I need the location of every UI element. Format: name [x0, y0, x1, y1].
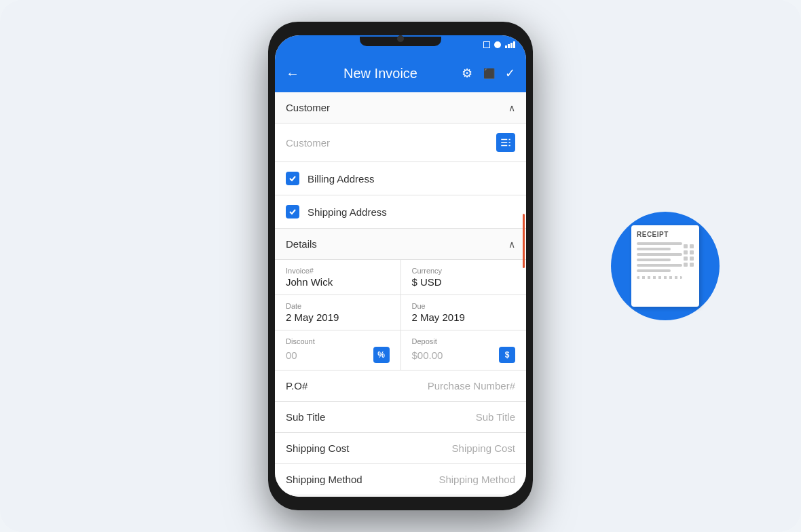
status-square-icon	[483, 41, 490, 48]
po-input[interactable]: Purchase Number#	[428, 380, 515, 392]
phone-device: ← New Invoice ⚙ ⬛ ✓ Customer ∧ Customer	[268, 22, 533, 510]
receipt-title: RECEIPT	[637, 231, 694, 238]
receipt-line-2	[637, 248, 671, 250]
receipt-line-5	[637, 264, 682, 267]
date-due-row: Date 2 May 2019 Due 2 May 2019	[275, 295, 526, 330]
svg-rect-4	[509, 142, 510, 143]
due-col[interactable]: Due 2 May 2019	[401, 295, 527, 330]
customer-input-row[interactable]: Customer	[275, 124, 526, 162]
shipping-method-row[interactable]: Shipping Method Shipping Method	[275, 464, 526, 495]
billing-address-checkbox[interactable]	[286, 172, 299, 185]
currency-value: $ USD	[412, 276, 516, 288]
header-icons: ⚙ ⬛ ✓	[462, 66, 515, 81]
svg-rect-1	[501, 142, 507, 143]
list-icon-svg	[500, 136, 512, 149]
shipping-address-checkbox[interactable]	[286, 205, 299, 218]
receipt-dots	[684, 244, 694, 267]
invoice-value: John Wick	[286, 276, 390, 288]
receipt-line-3	[637, 253, 682, 256]
receipt-line-6	[637, 269, 671, 272]
receipt-paper: RECEIPT	[631, 225, 699, 307]
svg-rect-2	[501, 145, 507, 147]
customer-list-icon[interactable]	[496, 133, 515, 152]
svg-rect-5	[509, 145, 510, 147]
subtitle-row[interactable]: Sub Title Sub Title	[275, 402, 526, 433]
status-signal-icon	[505, 41, 515, 48]
check-icon	[288, 174, 297, 183]
customer-section-title: Customer	[286, 102, 330, 113]
back-button[interactable]: ←	[286, 66, 299, 81]
customer-input[interactable]: Customer	[286, 137, 330, 149]
shipping-address-label: Shipping Address	[308, 206, 387, 218]
date-label: Date	[286, 302, 390, 310]
discount-value: 00	[286, 349, 297, 361]
scroll-indicator	[523, 214, 525, 268]
deposit-input-area: $00.00 $	[412, 347, 516, 363]
recurring-row[interactable]: Recurring Daily, 2 May 2019	[275, 495, 526, 497]
discount-deposit-row: Discount 00 % Deposit $00.00 $	[275, 330, 526, 370]
settings-icon[interactable]: ⚙	[462, 66, 472, 81]
po-row[interactable]: P.O# Purchase Number#	[275, 370, 526, 402]
shipping-method-input[interactable]: Shipping Method	[439, 474, 515, 485]
details-chevron-icon: ∧	[508, 239, 515, 250]
invoice-label: Invoice#	[286, 267, 390, 275]
scene: ← New Invoice ⚙ ⬛ ✓ Customer ∧ Customer	[0, 0, 801, 532]
currency-col[interactable]: Currency $ USD	[401, 260, 527, 294]
currency-label: Currency	[412, 267, 516, 275]
shipping-address-row[interactable]: Shipping Address	[275, 195, 526, 229]
billing-address-label: Billing Address	[308, 173, 374, 185]
receipt-line-1	[637, 242, 682, 245]
shipping-cost-input[interactable]: Shipping Cost	[452, 442, 515, 454]
check-icon	[288, 208, 297, 216]
svg-rect-3	[509, 139, 510, 140]
subtitle-input[interactable]: Sub Title	[476, 411, 515, 423]
deposit-value: $00.00	[412, 349, 443, 361]
billing-address-row[interactable]: Billing Address	[275, 162, 526, 195]
shipping-method-label: Shipping Method	[286, 474, 362, 485]
receipt-dashed-line	[637, 276, 682, 279]
details-section-title: Details	[286, 238, 317, 250]
phone-screen: ← New Invoice ⚙ ⬛ ✓ Customer ∧ Customer	[275, 35, 526, 497]
deposit-label: Deposit	[412, 337, 516, 345]
customer-chevron-icon: ∧	[508, 102, 515, 113]
po-label: P.O#	[286, 380, 308, 392]
deposit-col[interactable]: Deposit $00.00 $	[401, 330, 527, 370]
details-section-header[interactable]: Details ∧	[275, 229, 526, 260]
customer-section-header[interactable]: Customer ∧	[275, 92, 526, 124]
deposit-dollar-badge[interactable]: $	[499, 347, 515, 363]
shipping-cost-label: Shipping Cost	[286, 442, 349, 454]
confirm-icon[interactable]: ✓	[505, 66, 515, 81]
invoice-col[interactable]: Invoice# John Wick	[275, 260, 401, 294]
date-col[interactable]: Date 2 May 2019	[275, 295, 401, 330]
content-area: Customer ∧ Customer	[275, 92, 526, 497]
discount-label: Discount	[286, 337, 390, 345]
due-label: Due	[412, 302, 516, 310]
discount-input-area: 00 %	[286, 347, 390, 363]
invoice-currency-row: Invoice# John Wick Currency $ USD	[275, 260, 526, 295]
status-circle-icon	[494, 41, 501, 48]
receipt-line-4	[637, 259, 671, 261]
discount-col[interactable]: Discount 00 %	[275, 330, 401, 370]
page-title: New Invoice	[308, 66, 453, 81]
date-value: 2 May 2019	[286, 311, 390, 323]
subtitle-label: Sub Title	[286, 411, 325, 423]
shipping-cost-row[interactable]: Shipping Cost Shipping Cost	[275, 433, 526, 464]
discount-percent-badge[interactable]: %	[373, 347, 390, 363]
app-header: ← New Invoice ⚙ ⬛ ✓	[275, 54, 526, 92]
camera-dot	[397, 35, 404, 42]
svg-rect-0	[501, 139, 507, 140]
due-value: 2 May 2019	[412, 311, 516, 323]
receipt-icon-container: RECEIPT	[611, 212, 720, 320]
barcode-icon[interactable]: ⬛	[483, 68, 494, 79]
